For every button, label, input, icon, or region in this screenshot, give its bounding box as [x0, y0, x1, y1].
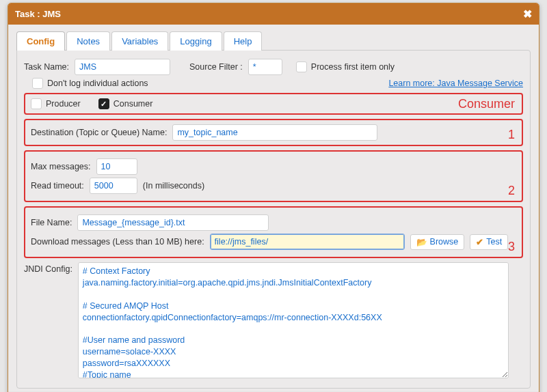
process-first-label: Process first item only — [311, 62, 395, 72]
browse-button[interactable]: 📂 Browse — [410, 234, 465, 250]
file-name-label: File Name: — [31, 218, 72, 227]
tab-strip: Config Notes Variables Logging Help — [16, 31, 531, 51]
tab-help[interactable]: Help — [224, 31, 263, 51]
learn-more-link[interactable]: Learn more: Java Message Service — [388, 79, 523, 88]
task-name-input[interactable] — [75, 59, 170, 75]
annotation-2: 2 — [508, 184, 515, 198]
tab-variables[interactable]: Variables — [111, 31, 168, 51]
task-dialog: Task : JMS ✖ Config Notes Variables Logg… — [8, 3, 539, 392]
producer-label: Producer — [46, 99, 81, 109]
row-taskname: Task Name: Source Filter : Process first… — [24, 59, 523, 75]
annotation-3: 3 — [508, 240, 515, 254]
tab-notes[interactable]: Notes — [66, 31, 110, 51]
download-path-input[interactable] — [210, 234, 405, 250]
tab-logging[interactable]: Logging — [170, 31, 222, 51]
max-messages-label: Max messages: — [31, 162, 91, 171]
test-label: Test — [486, 237, 502, 247]
annotation-box-3: 3 File Name: Download messages (Less tha… — [24, 206, 523, 258]
test-button[interactable]: ✔ Test — [470, 234, 508, 250]
annotation-1: 1 — [508, 128, 515, 142]
destination-label: Destination (Topic or Queue) Name: — [31, 128, 167, 137]
check-icon: ✔ — [476, 237, 483, 247]
browse-label: Browse — [430, 237, 459, 247]
dialog-titlebar[interactable]: Task : JMS ✖ — [8, 3, 539, 25]
annotation-box-consumer: Consumer Producer Consumer — [24, 93, 523, 115]
jndi-label: JNDI Config: — [24, 262, 72, 274]
close-icon[interactable]: ✖ — [523, 8, 532, 20]
source-filter-input[interactable] — [248, 59, 282, 75]
row-dontlog: Don't log individual actions Learn more:… — [24, 78, 523, 89]
annotation-consumer-label: Consumer — [458, 97, 515, 111]
source-filter-label: Source Filter : — [189, 62, 243, 72]
process-first-checkbox[interactable] — [296, 61, 307, 72]
task-name-label: Task Name: — [24, 62, 69, 72]
max-messages-input[interactable] — [96, 158, 137, 175]
download-label: Download messages (Less than 10 MB) here… — [31, 237, 204, 247]
file-name-input[interactable] — [77, 214, 269, 231]
annotation-box-2: 2 Max messages: Read timeout: (In millis… — [24, 150, 523, 202]
annotation-box-1: 1 Destination (Topic or Queue) Name: — [24, 119, 523, 146]
jndi-config-textarea[interactable] — [78, 262, 509, 378]
dont-log-checkbox[interactable] — [32, 78, 43, 89]
consumer-checkbox[interactable] — [98, 98, 109, 109]
folder-open-icon: 📂 — [416, 237, 427, 247]
dialog-body: Config Notes Variables Logging Help Task… — [8, 25, 539, 391]
config-panel: Task Name: Source Filter : Process first… — [16, 50, 531, 389]
read-timeout-input[interactable] — [90, 178, 137, 194]
dont-log-label: Don't log individual actions — [47, 79, 148, 88]
millis-label: (In milliseconds) — [143, 181, 204, 191]
dialog-title: Task : JMS — [15, 9, 61, 19]
tab-config[interactable]: Config — [16, 31, 65, 51]
consumer-label: Consumer — [114, 99, 153, 109]
read-timeout-label: Read timeout: — [31, 181, 84, 191]
destination-input[interactable] — [172, 124, 377, 141]
producer-checkbox[interactable] — [31, 98, 42, 109]
